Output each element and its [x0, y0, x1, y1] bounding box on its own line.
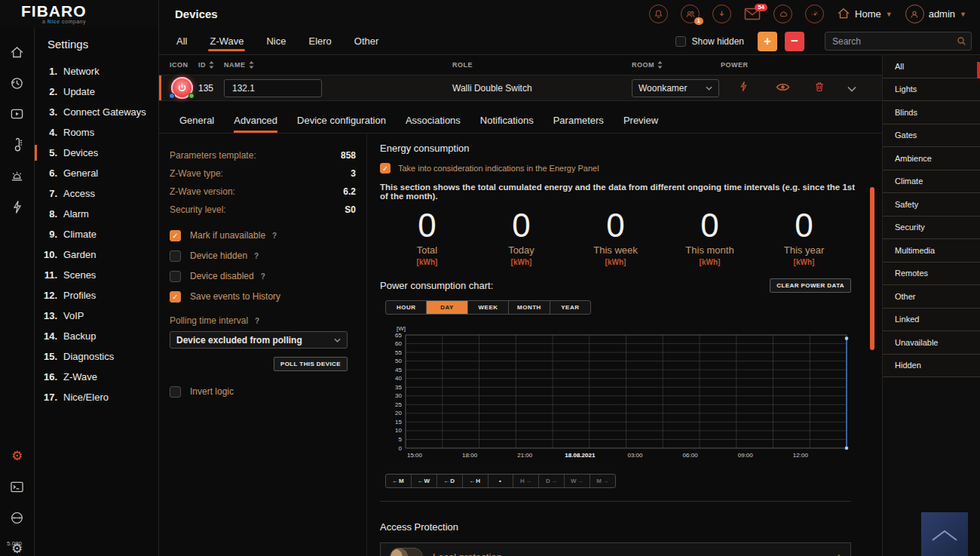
category-unavailable[interactable]: Unavailable [883, 331, 980, 355]
messages-icon[interactable]: 54 [744, 8, 761, 20]
nav-fwd-week[interactable]: W→ [565, 475, 590, 487]
device-hidden-checkbox[interactable] [170, 250, 181, 262]
home-rail-icon[interactable] [10, 45, 25, 60]
users-icon[interactable]: 1 [681, 5, 700, 23]
sidebar-item-scenes[interactable]: 11.Scenes [35, 265, 158, 285]
help-icon[interactable]: ? [272, 232, 277, 240]
sidebar-item-access[interactable]: 7.Access [35, 183, 158, 204]
device-name-input[interactable] [224, 79, 322, 97]
nav-fwd-day[interactable]: D→ [539, 475, 565, 487]
sidebar-item-garden[interactable]: 10.Garden [35, 244, 158, 265]
category-linked[interactable]: Linked [883, 309, 980, 332]
remove-device-button[interactable]: − [785, 32, 804, 51]
tab-elero[interactable]: Elero [308, 28, 333, 54]
sidebar-item-alarm[interactable]: 8.Alarm [35, 204, 158, 224]
gauge-icon[interactable] [805, 5, 824, 23]
help-icon[interactable]: ? [261, 272, 265, 281]
category-gates[interactable]: Gates [883, 124, 980, 148]
range-week[interactable]: WEEK [468, 301, 509, 314]
tab-device-configuration[interactable]: Device configuration [297, 108, 386, 133]
window-scrollbar[interactable] [977, 62, 980, 78]
settings-gear-icon[interactable]: ⚙ [10, 448, 25, 463]
category-safety[interactable]: Safety [883, 193, 980, 217]
sidebar-item-backup[interactable]: 14.Backup [35, 326, 158, 346]
thermometer-icon[interactable] [10, 137, 25, 152]
clear-power-data-button[interactable]: CLEAR POWER DATA [770, 278, 851, 293]
tab-notifications[interactable]: Notifications [480, 108, 534, 133]
nav-fwd-month[interactable]: M→ [590, 475, 615, 487]
category-all[interactable]: All [883, 55, 980, 78]
tab-advanced[interactable]: Advanced [234, 108, 277, 133]
tab-preview[interactable]: Preview [623, 108, 658, 133]
show-hidden-checkbox[interactable] [675, 36, 686, 47]
sidebar-item-zwave[interactable]: 16.Z-Wave [35, 367, 158, 387]
tab-general[interactable]: General [179, 108, 214, 133]
scroll-to-top-button[interactable] [921, 512, 968, 556]
video-icon[interactable] [10, 106, 25, 121]
sidebar-item-profiles[interactable]: 12.Profiles [35, 285, 158, 306]
category-multimedia[interactable]: Multimedia [883, 239, 980, 263]
sidebar-item-network[interactable]: 1.Network [35, 61, 158, 81]
category-lights[interactable]: Lights [883, 78, 980, 102]
nav-fwd-hour[interactable]: H→ [513, 475, 539, 487]
category-blinds[interactable]: Blinds [883, 101, 980, 124]
download-icon[interactable] [712, 5, 731, 23]
mark-if-unavailable-checkbox[interactable]: ✓ [170, 230, 181, 241]
column-name[interactable]: NAME [224, 61, 452, 69]
help-icon[interactable]: ? [254, 252, 259, 260]
nav-now[interactable]: • [488, 475, 514, 487]
tab-other[interactable]: Other [353, 28, 381, 54]
power-icon[interactable] [740, 80, 748, 96]
energy-panel-checkbox[interactable]: ✓ [380, 163, 390, 174]
tab-zwave[interactable]: Z-Wave [208, 28, 245, 54]
add-device-button[interactable]: + [758, 32, 777, 51]
category-hidden[interactable]: Hidden [883, 355, 980, 378]
sidebar-item-nice-elero[interactable]: 17.Nice/Elero [35, 387, 158, 407]
nav-back-week[interactable]: ←W [412, 475, 437, 487]
energy-icon[interactable] [10, 199, 25, 214]
cloud-icon[interactable] [773, 5, 792, 23]
sidebar-item-general[interactable]: 6.General [35, 163, 158, 183]
poll-device-button[interactable]: POLL THIS DEVICE [274, 357, 348, 371]
range-month[interactable]: MONTH [509, 301, 550, 314]
tab-nice[interactable]: Nice [265, 28, 287, 54]
range-day[interactable]: DAY [427, 301, 467, 314]
category-climate[interactable]: Climate [883, 170, 980, 194]
sidebar-item-update[interactable]: 2.Update [35, 81, 158, 102]
eye-icon[interactable] [776, 81, 790, 95]
device-disabled-checkbox[interactable] [170, 271, 181, 282]
category-remotes[interactable]: Remotes [883, 263, 980, 286]
expand-chevron-icon[interactable] [847, 81, 856, 95]
network-icon[interactable] [10, 510, 25, 525]
invert-logic-checkbox[interactable] [170, 386, 181, 398]
category-security[interactable]: Security [883, 217, 980, 240]
save-events-checkbox[interactable]: ✓ [170, 291, 181, 303]
sidebar-item-devices[interactable]: 5.Devices [35, 143, 158, 163]
sidebar-item-voip[interactable]: 13.VoIP [35, 306, 158, 326]
tab-all[interactable]: All [175, 28, 188, 54]
content-scrollbar[interactable] [870, 187, 874, 350]
nav-back-day[interactable]: ←D [437, 475, 463, 487]
user-menu[interactable]: admin ▼ [905, 5, 966, 23]
logo[interactable]: FIBARO a Nice company [0, 0, 159, 28]
polling-dropdown[interactable]: Device excluded from polling [170, 331, 348, 349]
trash-icon[interactable] [814, 81, 825, 96]
local-protection-row[interactable]: Local protection › [380, 542, 851, 556]
room-dropdown[interactable]: Woonkamer [632, 79, 719, 97]
nav-back-hour[interactable]: ←H [463, 475, 488, 487]
sidebar-item-diagnostics[interactable]: 15.Diagnostics [35, 346, 158, 367]
sidebar-item-connect-gateways[interactable]: 3.Connect Gateways [35, 102, 158, 122]
range-year[interactable]: YEAR [550, 301, 590, 314]
category-other[interactable]: Other [883, 285, 980, 309]
search-input[interactable] [825, 32, 972, 51]
tab-parameters[interactable]: Parameters [553, 108, 604, 133]
tab-associations[interactable]: Associations [406, 108, 461, 133]
range-hour[interactable]: HOUR [386, 301, 427, 314]
terminal-icon[interactable] [10, 479, 25, 494]
column-id[interactable]: ID [198, 61, 224, 69]
device-icon[interactable] [171, 77, 193, 99]
sidebar-item-climate[interactable]: 9.Climate [35, 224, 158, 244]
sidebar-item-rooms[interactable]: 4.Rooms [35, 122, 158, 143]
nav-back-month[interactable]: ←M [386, 475, 412, 487]
home-menu[interactable]: Home ▼ [837, 7, 893, 22]
